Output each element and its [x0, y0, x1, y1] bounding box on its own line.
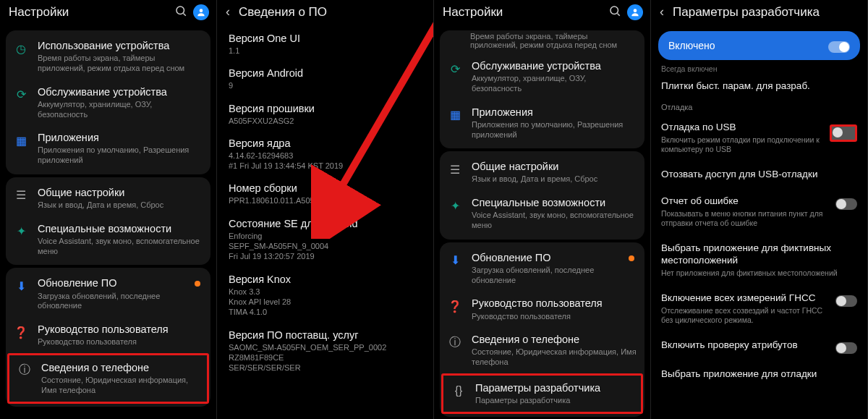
info-icon: ⓘ: [447, 334, 463, 350]
row-title: Версия Android: [229, 67, 422, 79]
row-android-version[interactable]: Версия Android 9: [217, 62, 433, 96]
dev-icon: {}: [451, 383, 467, 399]
row-device-care[interactable]: ⟳ Обслуживание устройства Аккумулятор, х…: [6, 80, 210, 126]
row-software-update[interactable]: ⬇ Обновление ПО Загрузка обновлений, пос…: [6, 271, 210, 317]
row-general[interactable]: ☰ Общие настройки Язык и ввод, Дата и вр…: [440, 154, 644, 190]
row-sub: Voice Assistant, звук моно, вспомогатель…: [38, 237, 203, 257]
row-sub: Состояние, Юридическая информация, Имя т…: [472, 347, 637, 368]
row-about-phone[interactable]: ⓘ Сведения о телефоне Состояние, Юридиче…: [7, 353, 209, 404]
row-usb-debugging[interactable]: Отладка по USB Включить режим отладки пр…: [651, 114, 867, 161]
row-developer-enabled[interactable]: Включено: [658, 31, 860, 60]
row-title: Отчет об ошибке: [661, 195, 828, 208]
row-mock-location-app[interactable]: Выбрать приложение для фиктивных местопо…: [651, 235, 867, 285]
page-title: Сведения о ПО: [239, 5, 426, 20]
row-title: Обслуживание устройства: [38, 85, 203, 98]
care-icon: ⟳: [447, 61, 463, 77]
svg-point-4: [610, 7, 618, 14]
row-sub: Показывать в меню кнопки питания пункт д…: [661, 209, 828, 228]
row-sub: Приложения по умолчанию, Разрешения прил…: [38, 145, 203, 166]
care-icon: ⟳: [13, 87, 29, 103]
apps-icon: ▦: [13, 132, 29, 148]
search-icon[interactable]: [174, 4, 187, 20]
panel-developer-options: ‹ Параметры разработчика Включено Всегда…: [651, 0, 868, 419]
row-debug-app[interactable]: Выбрать приложение для отладки: [651, 361, 867, 388]
row-bug-report[interactable]: Отчет об ошибке Показывать в меню кнопки…: [651, 188, 867, 235]
row-kernel-version[interactable]: Версия ядра 4.14.62-16294683 #1 Fri Jul …: [217, 132, 433, 177]
sliders-icon: ☰: [13, 187, 29, 203]
row-sub: Включить режим отладки при подключении к…: [661, 135, 822, 154]
toggle-bug-report[interactable]: [835, 198, 857, 210]
row-sub: Руководство пользователя: [38, 337, 169, 347]
row-accessibility[interactable]: ✦ Специальные возможности Voice Assistan…: [6, 216, 210, 263]
row-software-update[interactable]: ⬇ Обновление ПО Загрузка обновлений, пос…: [440, 245, 644, 292]
search-icon[interactable]: [608, 4, 621, 20]
profile-avatar[interactable]: [193, 4, 209, 20]
row-sub: Загрузка обновлений, последнее обновлени…: [472, 266, 637, 286]
row-developer-options[interactable]: {} Параметры разработчика Параметры разр…: [441, 373, 643, 414]
book-icon: ❓: [13, 324, 29, 340]
update-icon: ⬇: [13, 278, 29, 294]
row-se-android[interactable]: Состояние SE для Android Enforcing SEPF_…: [217, 212, 433, 268]
row-sub: 9: [229, 80, 422, 90]
row-apps[interactable]: ▦ Приложения Приложения по умолчанию, Ра…: [6, 125, 210, 172]
row-title: Сведения о телефоне: [41, 361, 200, 374]
row-title: Руководство пользователя: [472, 297, 603, 310]
row-sub: Руководство пользователя: [472, 312, 603, 322]
row-title: Версия Knox: [229, 274, 422, 285]
row-sub: Время работы экрана, таймеры приложений,…: [38, 54, 203, 74]
row-general[interactable]: ☰ Общие настройки Язык и ввод, Дата и вр…: [6, 180, 210, 216]
row-sub: 4.14.62-16294683 #1 Fri Jul 19 13:44:54 …: [229, 151, 422, 172]
row-sp-version[interactable]: Версия ПО поставщ. услуг SAOMC_SM-A505FN…: [217, 323, 433, 379]
row-device-usage[interactable]: ◷ Использование устройства Время работы …: [6, 33, 210, 80]
row-quick-tiles[interactable]: Плитки быст. парам. для разраб.: [651, 73, 867, 100]
back-icon[interactable]: ‹: [660, 4, 667, 20]
svg-point-6: [634, 9, 637, 12]
row-about-phone[interactable]: ⓘ Сведения о телефоне Состояние, Юридиче…: [440, 327, 644, 373]
row-user-manual[interactable]: ❓ Руководство пользователя Руководство п…: [6, 317, 210, 353]
row-sub: Состояние, Юридическая информация, Имя т…: [41, 376, 200, 396]
row-apps[interactable]: ▦ Приложения Приложения по умолчанию, Ра…: [440, 100, 644, 146]
row-title: Номер сборки: [229, 182, 422, 194]
row-title: Специальные возможности: [472, 196, 637, 209]
profile-avatar[interactable]: [627, 4, 643, 20]
panel-about-software: ‹ Сведения о ПО Версия One UI 1.1 Версия…: [217, 0, 434, 419]
row-sub: Нет приложения для фиктивных местоположе…: [661, 268, 857, 278]
row-gnss-measurements[interactable]: Включение всех измерений ГНСС Отслеживан…: [651, 285, 867, 332]
row-sub: SAOMC_SM-A505FN_OEM_SER_PP_0002 RZ8M81F8…: [229, 342, 422, 373]
row-title: Обслуживание устройства: [472, 59, 637, 72]
enabled-label: Включено: [668, 40, 828, 51]
row-revoke-usb[interactable]: Отозвать доступ для USB-отладки: [651, 161, 867, 188]
toggle-usb-debugging[interactable]: [830, 124, 857, 142]
back-icon[interactable]: ‹: [226, 4, 233, 20]
toggle-gnss[interactable]: [835, 295, 857, 307]
row-device-care[interactable]: ⟳ Обслуживание устройства Аккумулятор, х…: [440, 54, 644, 100]
row-title: Включение всех измерений ГНСС: [661, 292, 828, 305]
row-sub: Аккумулятор, хранилище, ОЗУ, безопасност…: [38, 100, 203, 120]
row-attribute-check[interactable]: Включить проверку атрибутов: [651, 332, 867, 361]
row-firmware-version[interactable]: Версия прошивки A505FXXU2ASG2: [217, 97, 433, 132]
panel-settings-2: Настройки Время работы экрана, таймеры п…: [434, 0, 651, 419]
page-title: Настройки: [9, 5, 169, 20]
row-sub: Язык и ввод, Дата и время, Сброс: [38, 200, 163, 211]
info-icon: ⓘ: [17, 363, 33, 378]
row-user-manual[interactable]: ❓ Руководство пользователя Руководство п…: [440, 291, 644, 327]
toggle-developer-enabled[interactable]: [828, 41, 850, 53]
svg-line-5: [617, 13, 619, 15]
row-title: Состояние SE для Android: [229, 218, 422, 229]
book-icon: ❓: [447, 298, 463, 314]
row-sub: Voice Assistant, звук моно, вспомогатель…: [472, 211, 637, 231]
toggle-attribute-check[interactable]: [835, 342, 857, 354]
cut-sub: Время работы экрана, таймеры приложений,…: [440, 32, 644, 54]
row-knox-version[interactable]: Версия Knox Knox 3.3 Knox API level 28 T…: [217, 268, 433, 323]
row-sub: Enforcing SEPF_SM-A505FN_9_0004 Fri Jul …: [229, 231, 422, 262]
header: ‹ Сведения о ПО: [217, 0, 433, 27]
panel-settings-1: Настройки ◷ Использование устройства Вре…: [0, 0, 217, 419]
header: Настройки: [434, 0, 650, 27]
row-title: Выбрать приложение для отладки: [661, 368, 857, 381]
row-sub: A505FXXU2ASG2: [229, 116, 422, 126]
row-build-number[interactable]: Номер сборки PPR1.180610.011.A505FNPUU2A…: [217, 177, 433, 211]
row-accessibility[interactable]: ✦ Специальные возможности Voice Assistan…: [440, 190, 644, 237]
row-one-ui-version[interactable]: Версия One UI 1.1: [217, 27, 433, 62]
row-sub: Язык и ввод, Дата и время, Сброс: [472, 174, 597, 185]
apps-icon: ▦: [447, 107, 463, 123]
